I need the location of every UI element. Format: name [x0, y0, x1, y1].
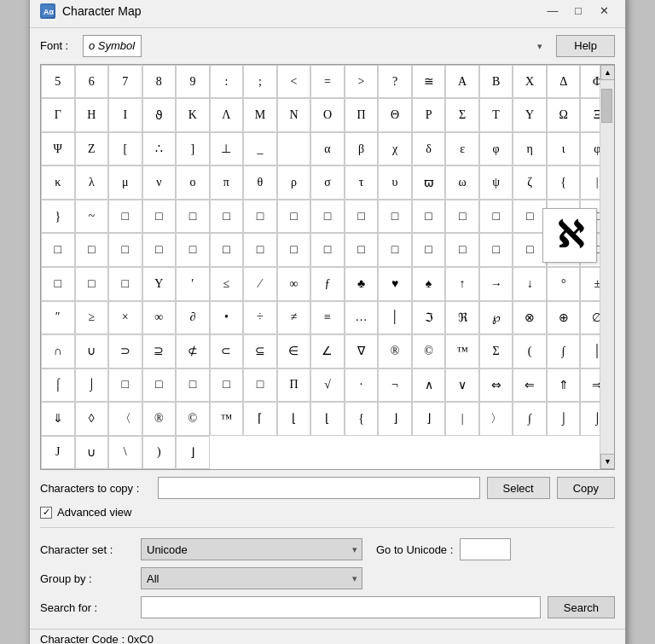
char-cell[interactable]: =	[310, 65, 345, 99]
char-cell[interactable]: ⊕	[547, 301, 581, 335]
char-cell[interactable]: δ	[412, 132, 446, 166]
char-cell[interactable]: <	[277, 65, 311, 99]
char-cell[interactable]: □	[243, 368, 277, 403]
char-cell[interactable]: ≅	[412, 65, 446, 99]
char-cell[interactable]: α	[310, 132, 345, 166]
char-cell[interactable]: :	[210, 65, 244, 99]
char-cell[interactable]: □	[142, 200, 177, 234]
char-cell[interactable]: {	[345, 402, 379, 436]
char-cell[interactable]: ⌈	[243, 402, 277, 436]
char-cell[interactable]: √	[310, 368, 345, 403]
char-cell[interactable]: □	[75, 233, 109, 267]
char-cell[interactable]: □	[310, 200, 345, 234]
char-cell[interactable]: ∞	[142, 301, 177, 335]
char-cell[interactable]: □	[479, 233, 513, 267]
char-cell[interactable]: [	[108, 132, 142, 166]
char-cell[interactable]: □	[277, 233, 311, 267]
char-cell[interactable]: ⊗	[513, 301, 547, 335]
char-cell[interactable]: Υ	[142, 267, 177, 301]
char-cell[interactable]: ®	[142, 402, 177, 436]
char-cell[interactable]: Β	[479, 65, 513, 99]
char-cell[interactable]: ♣	[345, 267, 379, 301]
char-cell[interactable]: |	[445, 402, 479, 436]
char-cell[interactable]: φ	[479, 132, 513, 166]
char-cell[interactable]: Η	[75, 98, 109, 132]
char-cell[interactable]: ρ	[277, 165, 311, 200]
char-cell[interactable]: ⇓	[41, 402, 75, 436]
char-cell[interactable]: ≥	[75, 301, 109, 335]
char-cell[interactable]: Θ	[378, 98, 412, 132]
char-cell[interactable]: ∪	[75, 334, 109, 368]
char-cell[interactable]: □	[108, 267, 142, 301]
char-cell[interactable]: ¬	[378, 368, 412, 403]
char-cell[interactable]: ∞	[277, 267, 311, 301]
char-cell[interactable]: ∠	[310, 334, 345, 368]
char-cell[interactable]: 7	[108, 65, 142, 99]
scroll-thumb[interactable]	[601, 89, 612, 123]
char-cell[interactable]: χ	[378, 132, 412, 166]
char-cell[interactable]: ⌋	[378, 402, 412, 436]
char-cell[interactable]: ℑ	[412, 301, 446, 335]
char-cell[interactable]: ∂	[176, 301, 210, 335]
search-button[interactable]: Search	[548, 596, 615, 618]
char-cell[interactable]: Ν	[277, 98, 311, 132]
char-cell[interactable]: ο	[176, 165, 210, 200]
char-cell[interactable]: ·	[345, 368, 379, 403]
char-cell[interactable]: Μ	[243, 98, 277, 132]
char-cell[interactable]: λ	[75, 165, 109, 200]
char-cell[interactable]: □	[345, 200, 379, 234]
char-cell[interactable]: Γ	[41, 98, 75, 132]
char-cell[interactable]: □	[176, 200, 210, 234]
char-cell[interactable]: □	[142, 233, 177, 267]
char-cell[interactable]: ♥	[378, 267, 412, 301]
char-cell[interactable]: □	[108, 233, 142, 267]
char-cell[interactable]: □	[310, 233, 345, 267]
char-cell[interactable]: °	[547, 267, 581, 301]
select-button[interactable]: Select	[487, 477, 550, 499]
char-cell[interactable]: ⇐	[513, 368, 547, 403]
char-cell[interactable]: ζ	[513, 165, 547, 200]
char-cell[interactable]: ν	[142, 165, 177, 200]
char-cell[interactable]: ⊄	[176, 334, 210, 368]
char-cell[interactable]: ~	[75, 200, 109, 234]
char-cell[interactable]: η	[513, 132, 547, 166]
char-cell[interactable]: Κ	[176, 98, 210, 132]
char-cell[interactable]: Χ	[513, 65, 547, 99]
char-cell[interactable]: ™	[210, 402, 244, 436]
char-cell[interactable]: 5	[41, 65, 75, 99]
char-cell[interactable]: ϑ	[142, 98, 177, 132]
char-cell[interactable]: Υ	[513, 98, 547, 132]
char-cell[interactable]: □	[210, 368, 244, 403]
char-cell[interactable]: τ	[345, 165, 379, 200]
group-by-select[interactable]: All Unicode Subrange	[141, 567, 362, 589]
char-cell[interactable]: ∧	[412, 368, 446, 403]
char-cell[interactable]: ∈	[277, 334, 311, 368]
char-cell[interactable]: ⇔	[479, 368, 513, 403]
char-cell[interactable]: □	[412, 233, 446, 267]
char-cell[interactable]: ∫	[547, 334, 581, 368]
char-cell[interactable]: ≤	[210, 267, 244, 301]
char-cell[interactable]: □	[108, 200, 142, 234]
char-cell[interactable]: ©	[176, 402, 210, 436]
char-cell[interactable]: Ο	[310, 98, 345, 132]
char-cell[interactable]: □	[41, 233, 75, 267]
char-cell[interactable]: ℘	[479, 301, 513, 335]
char-cell[interactable]: ⊃	[108, 334, 142, 368]
char-cell[interactable]: ⌋	[176, 436, 210, 470]
char-cell[interactable]: Σ	[445, 98, 479, 132]
char-cell[interactable]: Α	[445, 65, 479, 99]
char-cell[interactable]: □	[513, 233, 547, 267]
char-cell[interactable]: \	[108, 436, 142, 470]
copy-button[interactable]: Copy	[557, 477, 615, 499]
char-cell[interactable]: …	[345, 301, 379, 335]
char-cell[interactable]: □	[176, 233, 210, 267]
char-cell[interactable]: □	[412, 200, 446, 234]
char-cell[interactable]: ⌠	[41, 368, 75, 403]
char-cell[interactable]: _	[243, 132, 277, 166]
char-cell[interactable]: κ	[41, 165, 75, 200]
char-cell[interactable]: ◊	[75, 402, 109, 436]
maximize-button[interactable]: □	[567, 2, 589, 20]
char-cell[interactable]: ∕	[243, 267, 277, 301]
char-cell[interactable]: ℜ	[445, 301, 479, 335]
char-cell[interactable]: ⊂	[210, 334, 244, 368]
